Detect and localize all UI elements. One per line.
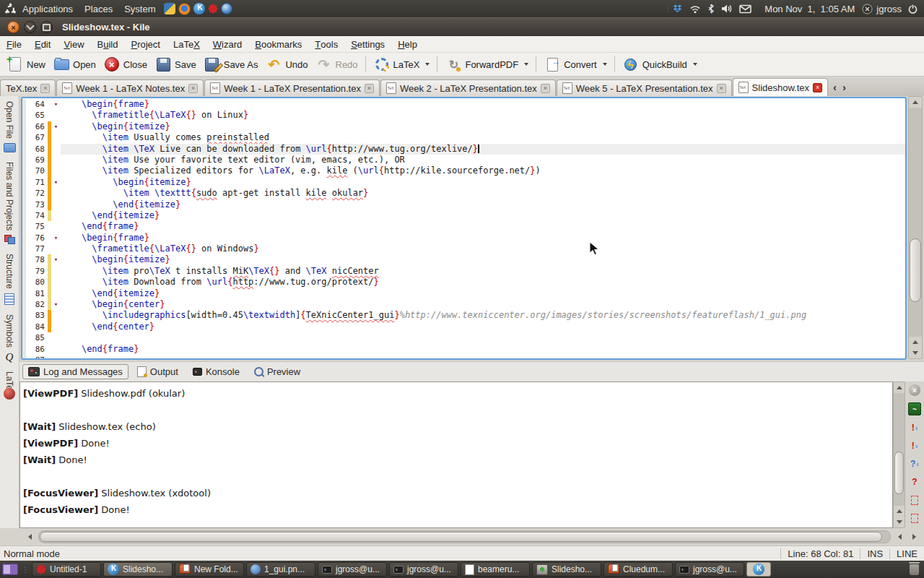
toolbar-button-forwardpdf[interactable]: ForwardPDF (441, 54, 532, 74)
code-line[interactable]: 71▾ \begin{itemize} (22, 177, 905, 188)
sidebar-tab-files-and-projects[interactable]: Files and Projects (0, 157, 19, 249)
sidebar-tab-structure[interactable]: Structure (0, 249, 19, 309)
toolbar-button-convert[interactable]: Convert (540, 54, 611, 74)
close-log-icon[interactable] (909, 384, 920, 396)
editor-scroll-thumb[interactable] (910, 238, 921, 303)
code-line[interactable]: 83 \includegraphics[width=0.45\textwidth… (22, 310, 905, 321)
taskbar-button-jgross-u-9[interactable]: jgross@u... (675, 562, 744, 577)
log-scroll-thumb[interactable] (894, 452, 904, 494)
code-line[interactable]: 74 \end{itemize} (22, 210, 905, 221)
power-icon[interactable] (907, 4, 918, 14)
panel-menu-system[interactable]: System (118, 0, 161, 17)
code-line[interactable]: 82▾ \begin{center} (22, 299, 905, 310)
fold-marker-icon[interactable]: ▾ (51, 233, 61, 243)
toolbar-button-save-as[interactable]: Save As (200, 54, 262, 74)
taskbar-button-slidesho-1[interactable]: Slidesho... (103, 562, 173, 577)
code-line[interactable]: 76▾ \begin{frame} (22, 233, 905, 243)
previous-error-icon[interactable]: ‹ (909, 422, 920, 434)
mail-tray-icon[interactable] (739, 4, 751, 14)
toolbar-button-save[interactable]: Save (151, 54, 200, 74)
menu-project[interactable]: Project (124, 36, 166, 53)
bottom-tab-konsole[interactable]: Konsole (187, 364, 245, 379)
selection-mode-label[interactable]: LINE (889, 548, 924, 559)
taskbar-button-cluedum-8[interactable]: Cluedum... (603, 562, 673, 577)
taskbar-button-beameru-6[interactable]: beameru... (461, 562, 530, 577)
code-line[interactable]: 68 \item \TeX Live can be downloaded fro… (22, 144, 905, 155)
bluetooth-tray-icon[interactable] (707, 4, 715, 14)
panel-clock[interactable]: Mon Nov 1, 1:05 AM (764, 4, 855, 14)
fold-marker-icon[interactable]: ▾ (51, 99, 61, 110)
fold-marker-icon[interactable]: ▾ (51, 254, 61, 265)
scroll-left-icon[interactable] (894, 532, 905, 543)
tab-scroll-left-icon[interactable]: ‹ (833, 81, 837, 93)
scroll-up-icon[interactable] (909, 337, 922, 348)
tab-close-icon[interactable]: × (541, 84, 550, 93)
latex-stats-icon[interactable] (908, 402, 921, 415)
menu-tools[interactable]: Tools (308, 36, 344, 53)
sidebar-tab-symbols[interactable]: SymbolsQ (0, 309, 19, 366)
code-line[interactable]: 66▾ \begin{itemize} (22, 121, 905, 132)
dropdown-arrow-icon[interactable] (524, 63, 528, 66)
code-line[interactable]: 84 \end{center} (22, 322, 905, 332)
scroll-right-icon[interactable] (908, 532, 920, 543)
user-menu[interactable]: jgross (862, 4, 902, 14)
menu-view[interactable]: View (57, 36, 90, 53)
fold-marker-icon[interactable]: ▾ (51, 299, 61, 310)
insert-mode-label[interactable]: INS (860, 548, 889, 559)
dropbox-tray-icon[interactable] (672, 4, 683, 13)
toolbar-button-latex[interactable]: LaTeX (370, 54, 434, 74)
tab-slideshow-tex[interactable]: Slideshow.tex× (733, 78, 829, 96)
scroll-up-icon[interactable] (909, 97, 922, 108)
code-line[interactable]: 75 \end{frame} (22, 221, 905, 232)
tab-week-1-latex-notes-tex[interactable]: Week 1 - LaTeX Notes.tex× (56, 79, 204, 96)
tab-close-icon[interactable]: × (813, 83, 822, 92)
tab-week-1-latex-presentation-tex[interactable]: Week 1 - LaTeX Presentation.tex× (204, 79, 380, 96)
red-star-launcher-icon[interactable] (208, 4, 218, 14)
web-browser-launcher-icon[interactable] (221, 3, 232, 14)
tab-week-2-latex-presentation-tex[interactable]: Week 2 - LaTeX Presentation.tex× (380, 79, 556, 96)
bottom-tab-log-and-messages[interactable]: Log and Messages (22, 364, 128, 379)
tab-tex-tex[interactable]: TeX.tex× (0, 79, 56, 96)
code-line[interactable]: 70 \item Specialized editors for \LaTeX,… (22, 165, 905, 176)
code-line[interactable]: 64▾ \begin{frame} (22, 99, 905, 110)
code-line[interactable]: 67 \item Usually comes preinstalled (22, 132, 905, 143)
code-line[interactable]: 81 \end{itemize} (22, 288, 905, 299)
taskbar-button-untitled-1-0[interactable]: Untitled-1 (32, 562, 101, 577)
firefox-launcher-icon[interactable] (178, 3, 191, 15)
previous-badbox-icon[interactable] (909, 494, 920, 506)
kile-launcher-icon[interactable] (193, 3, 205, 14)
log-vertical-scrollbar[interactable] (893, 381, 905, 528)
tab-close-icon[interactable]: × (40, 84, 50, 93)
trash-icon[interactable] (910, 564, 919, 575)
toolbar-button-close[interactable]: Close (100, 54, 151, 74)
code-line[interactable]: 85 (22, 332, 905, 343)
code-line[interactable]: 87 (22, 355, 905, 360)
wifi-tray-icon[interactable] (689, 4, 701, 14)
panel-menu-applications[interactable]: Applications (17, 0, 79, 17)
window-minimize-button[interactable] (24, 21, 36, 33)
code-line[interactable]: 86 \end{frame} (22, 344, 905, 355)
tray-grip[interactable]: ⋮ (664, 5, 671, 13)
code-line[interactable]: 80 \item Download from \url{http://www.t… (22, 277, 905, 288)
toolbar-button-open[interactable]: Open (49, 54, 100, 74)
window-close-button[interactable]: × (7, 21, 19, 33)
tab-close-icon[interactable]: × (365, 84, 374, 93)
code-line[interactable]: 77 \frametitle{\LaTeX{} on Windows} (22, 243, 905, 254)
code-line[interactable]: 69 \item Use your favorite text editor (… (22, 155, 905, 165)
previous-warning-icon[interactable]: ‹ (909, 458, 920, 470)
tab-close-icon[interactable]: × (717, 84, 726, 93)
menu-help[interactable]: Help (391, 36, 424, 53)
menu-settings[interactable]: Settings (344, 36, 391, 53)
window-titlebar[interactable]: × Slideshow.tex - Kile (0, 17, 924, 36)
taskbar-button-jgross-u-4[interactable]: jgross@u... (318, 562, 387, 577)
scroll-down-icon[interactable] (909, 348, 922, 358)
menu-build[interactable]: Build (91, 36, 125, 53)
horizontal-scrollbar[interactable] (0, 528, 924, 545)
code-line[interactable]: 72 \item \texttt{sudo apt-get install ki… (22, 188, 905, 199)
dropdown-arrow-icon[interactable] (425, 63, 430, 66)
python-launcher-icon[interactable] (164, 3, 175, 14)
text-editor[interactable]: 64▾ \begin{frame}65 \frametitle{\LaTeX{}… (22, 98, 905, 358)
taskbar-button-jgross-u-5[interactable]: jgross@u... (389, 562, 458, 577)
menu-bookmarks[interactable]: Bookmarks (248, 36, 308, 53)
toolbar-button-redo[interactable]: Redo (312, 54, 362, 74)
